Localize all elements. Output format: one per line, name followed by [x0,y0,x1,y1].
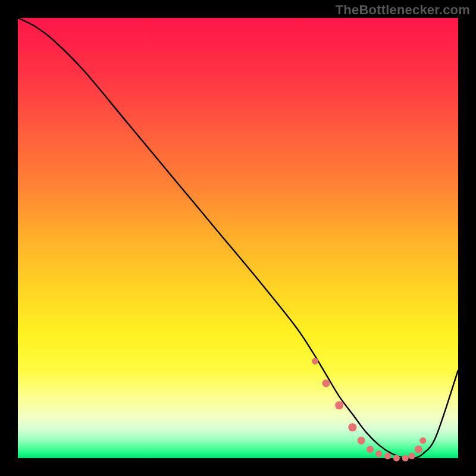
optimal-marker [415,446,422,453]
optimal-marker [335,401,343,409]
optimal-marker [367,446,374,453]
optimal-marker [358,437,365,444]
optimal-marker [322,380,330,387]
optimal-marker [419,437,426,444]
optimal-marker [375,450,382,457]
chart-stage: TheBottlenecker.com [0,0,476,476]
optimal-marker [402,455,409,462]
optimal-marker [393,455,400,462]
bottleneck-curve-chart [0,0,476,476]
optimal-marker [384,453,391,459]
optimal-marker [409,453,415,459]
optimal-marker [312,358,318,365]
heat-gradient-panel [18,18,458,458]
optimal-marker [348,423,356,431]
